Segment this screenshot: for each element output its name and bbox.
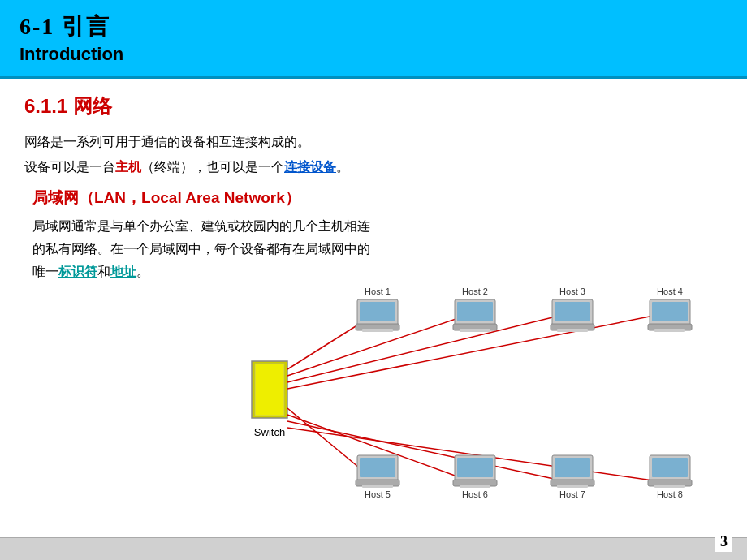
svg-rect-49 xyxy=(654,485,685,488)
lan-desc3-addr: 地址 xyxy=(110,265,136,278)
svg-rect-32 xyxy=(360,458,395,477)
svg-line-9 xyxy=(287,421,572,483)
svg-text:Host 7: Host 7 xyxy=(559,489,585,499)
svg-rect-17 xyxy=(457,302,493,321)
para2-link: 连接设备 xyxy=(284,160,336,174)
svg-text:Host 2: Host 2 xyxy=(462,288,488,296)
svg-rect-47 xyxy=(652,458,688,477)
svg-text:Host 5: Host 5 xyxy=(365,489,391,499)
svg-line-5 xyxy=(287,312,572,382)
para1-text: 网络是一系列可用于通信的设备相互连接构成的。 xyxy=(24,135,310,149)
lan-desc-line3: 唯一标识符和地址。 xyxy=(32,261,723,283)
section-title: 6.1.1 网络 xyxy=(24,93,723,119)
lan-desc3-prefix: 唯一 xyxy=(32,265,58,278)
para2-mid: （终端），也可以是一个 xyxy=(141,160,284,174)
header-title-chinese: 6-1 引言 xyxy=(19,11,728,42)
para2-prefix: 设备可以是一台 xyxy=(24,160,115,174)
svg-text:Host 4: Host 4 xyxy=(657,288,683,296)
header-title-english: Introduction xyxy=(19,44,728,65)
lan-desc3-suffix: 。 xyxy=(136,265,149,278)
svg-rect-24 xyxy=(557,329,588,332)
main-content: 6.1.1 网络 网络是一系列可用于通信的设备相互连接构成的。 设备可以是一台主… xyxy=(0,79,747,515)
svg-rect-12 xyxy=(360,302,395,321)
svg-rect-39 xyxy=(460,485,490,488)
svg-rect-22 xyxy=(555,302,590,321)
svg-rect-44 xyxy=(557,485,588,488)
lan-desc3-id: 标识符 xyxy=(58,265,97,278)
svg-text:Host 3: Host 3 xyxy=(559,288,585,296)
network-diagram: Switch xyxy=(32,288,723,507)
svg-rect-42 xyxy=(555,458,590,477)
svg-rect-27 xyxy=(652,302,688,321)
lan-description: 局域网通常是与单个办公室、建筑或校园内的几个主机相连 的私有网络。在一个局域网中… xyxy=(32,215,723,283)
svg-text:Host 6: Host 6 xyxy=(462,489,488,499)
bottom-bar xyxy=(0,537,747,560)
lan-desc-line2: 的私有网络。在一个局域网中，每个设备都有在局域网中的 xyxy=(32,238,723,261)
svg-text:Host 8: Host 8 xyxy=(657,489,683,499)
svg-rect-1 xyxy=(255,364,284,416)
slide-header: 6-1 引言 Introduction xyxy=(0,0,747,79)
lan-desc3-mid: 和 xyxy=(97,265,110,278)
lan-diagram-svg: Switch xyxy=(235,288,739,507)
svg-rect-19 xyxy=(460,329,490,332)
svg-text:Switch: Switch xyxy=(254,426,285,438)
lan-desc-line1: 局域网通常是与单个办公室、建筑或校园内的几个主机相连 xyxy=(32,215,723,238)
page-number: 3 xyxy=(715,532,732,552)
paragraph-2: 设备可以是一台主机（终端），也可以是一个连接设备。 xyxy=(24,156,723,178)
para2-suffix: 。 xyxy=(336,160,349,174)
svg-rect-34 xyxy=(362,485,393,488)
svg-rect-14 xyxy=(362,329,393,332)
svg-rect-29 xyxy=(654,329,685,332)
svg-rect-37 xyxy=(457,458,493,477)
para2-host: 主机 xyxy=(115,160,141,174)
paragraph-1: 网络是一系列可用于通信的设备相互连接构成的。 xyxy=(24,131,723,153)
lan-title: 局域网（LAN，Local Area Network） xyxy=(32,187,723,209)
svg-text:Host 1: Host 1 xyxy=(365,288,391,296)
